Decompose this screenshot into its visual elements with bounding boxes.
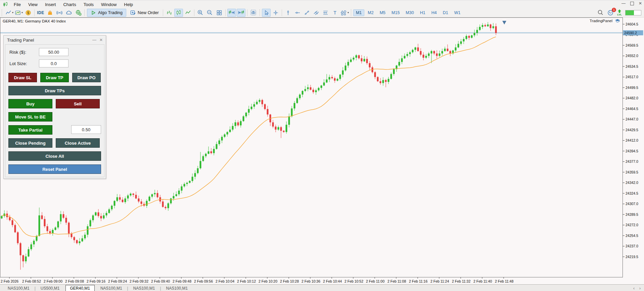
toolbar-separator (247, 9, 247, 16)
tab-nas100-4[interactable]: NAS100,M1 (162, 285, 192, 291)
tab-us500[interactable]: US500,M1 (36, 285, 64, 291)
text-tool-icon[interactable]: T (331, 9, 339, 17)
toolbar-separator (84, 9, 85, 16)
partial-amount-input[interactable] (71, 125, 101, 134)
reset-panel-button[interactable]: Reset Panel (8, 164, 101, 174)
tab-nas100-3[interactable]: NAS100,M1 (129, 285, 159, 291)
sell-button[interactable]: Sell (56, 99, 100, 108)
timeframe-m30[interactable]: M30 (403, 9, 416, 16)
tab-nas100-1[interactable]: NAS100,M1 (3, 285, 34, 291)
svg-text:24272.0: 24272.0 (626, 223, 638, 227)
tile-windows-icon[interactable] (215, 9, 224, 17)
new-order-button[interactable]: New Order (127, 9, 162, 16)
take-partial-button[interactable]: Take Partial (8, 125, 52, 135)
timeframe-h1[interactable]: H1 (417, 9, 428, 16)
menu-view[interactable]: View (25, 1, 41, 8)
timeframe-m1[interactable]: M1 (353, 9, 364, 16)
zoom-out-icon[interactable] (205, 9, 214, 17)
fibonacci-tool-icon[interactable] (321, 9, 330, 17)
vps-cloud-icon[interactable] (64, 9, 73, 17)
risk-label: Risk ($): (8, 50, 39, 55)
trading-panel-body: Risk ($): Lot Size: Draw SL Draw TP Draw… (5, 44, 104, 177)
close-button[interactable]: ✕ (639, 1, 642, 6)
svg-text:2 Feb 10:52: 2 Feb 10:52 (344, 279, 363, 283)
line-chart-mode-icon[interactable] (184, 9, 192, 17)
crosshair-tool-icon[interactable] (271, 9, 280, 17)
menu-help[interactable]: Help (120, 1, 137, 8)
svg-text:24254.5: 24254.5 (626, 234, 638, 238)
tab-scroll-right[interactable]: › (639, 286, 641, 291)
notifications-icon[interactable]: 1 (607, 9, 614, 16)
svg-text:2 Feb 10:28: 2 Feb 10:28 (280, 279, 299, 283)
menu-charts[interactable]: Charts (59, 1, 80, 8)
objects-dropdown[interactable]: ▾ (340, 9, 349, 17)
signals-icon[interactable] (55, 9, 64, 17)
trading-panel[interactable]: Trading Panel — ✕ Risk ($): Lot Size: Dr… (3, 35, 106, 179)
chart-tab-bar: NAS100,M1 | US500,M1 GER40,M1 NAS100,M1 … (0, 284, 644, 291)
timeframe-w1[interactable]: W1 (452, 9, 463, 16)
menu-tools[interactable]: Tools (80, 1, 97, 8)
svg-text:24552.0: 24552.0 (626, 54, 638, 58)
bar-chart-mode-icon[interactable] (165, 9, 174, 17)
toolbar-separator (351, 9, 352, 16)
svg-text:2 Feb 09:16: 2 Feb 09:16 (87, 279, 105, 283)
restore-button[interactable] (630, 2, 634, 5)
svg-text:24569.5: 24569.5 (626, 43, 638, 47)
panel-minimize-icon[interactable]: — (92, 38, 96, 42)
candlestick-mode-icon[interactable] (174, 9, 183, 17)
lot-size-input[interactable] (39, 59, 68, 67)
draw-tps-button[interactable]: Draw TPs (8, 86, 101, 95)
cursor-tool-icon[interactable] (262, 9, 271, 17)
minimize-button[interactable]: — (622, 1, 626, 6)
move-sl-to-be-button[interactable]: Move SL to BE (8, 112, 52, 122)
risk-input[interactable] (39, 48, 68, 56)
close-pending-button[interactable]: Close Pending (8, 138, 52, 148)
zoom-in-icon[interactable] (196, 9, 205, 17)
search-icon[interactable] (597, 9, 604, 16)
profiles-dropdown[interactable]: ▾ (14, 9, 23, 17)
buy-button[interactable]: Buy (8, 99, 52, 108)
svg-text:2 Feb 11:40: 2 Feb 11:40 (473, 279, 492, 283)
channel-tool-icon[interactable] (312, 9, 321, 17)
draw-po-button[interactable]: Draw PO (72, 73, 101, 82)
trading-panel-titlebar[interactable]: Trading Panel — ✕ (4, 36, 106, 44)
vertical-line-tool-icon[interactable] (284, 9, 292, 17)
tab-separator: | (127, 286, 128, 291)
tab-separator: | (160, 286, 161, 291)
timeframe-h4[interactable]: H4 (429, 9, 440, 16)
timeframe-m2[interactable]: M2 (365, 9, 376, 16)
ea-label[interactable]: TradingPanel (590, 18, 620, 23)
community-icon[interactable] (74, 9, 83, 17)
draw-sl-button[interactable]: Draw SL (8, 73, 37, 82)
trendline-tool-icon[interactable] (303, 9, 311, 17)
tab-ger40-active[interactable]: GER40,M1 (65, 285, 95, 291)
panel-close-icon[interactable]: ✕ (99, 38, 103, 42)
horizontal-line-tool-icon[interactable] (293, 9, 302, 17)
timeframe-d1[interactable]: D1 (440, 9, 451, 16)
close-all-button[interactable]: Close All (8, 151, 101, 161)
menu-insert[interactable]: Insert (41, 1, 60, 8)
screenshot-icon[interactable] (249, 9, 258, 17)
auto-scroll-icon[interactable] (237, 9, 245, 17)
ide-button[interactable]: IDE (36, 9, 45, 17)
algo-trading-button[interactable]: Algo Trading (87, 9, 126, 17)
tab-scroll-left[interactable]: ‹ (633, 286, 635, 291)
tab-nas100-2[interactable]: NAS100,M1 (96, 285, 127, 291)
svg-text:24534.5: 24534.5 (626, 64, 638, 68)
menu-window[interactable]: Window (97, 1, 120, 8)
draw-tp-button[interactable]: Draw TP (40, 73, 69, 82)
chart-type-dropdown[interactable]: ▾ (5, 9, 14, 17)
market-icon[interactable] (46, 9, 54, 17)
svg-text:2 Feb 2026: 2 Feb 2026 (1, 279, 18, 283)
notification-badge: 1 (612, 8, 616, 12)
timeframe-m15[interactable]: M15 (389, 9, 402, 16)
close-active-button[interactable]: Close Active (56, 138, 100, 148)
svg-text:24394.5: 24394.5 (626, 149, 638, 153)
svg-text:24499.5: 24499.5 (626, 86, 638, 90)
menu-file[interactable]: File (10, 1, 25, 8)
svg-text:2 Feb 11:24: 2 Feb 11:24 (430, 279, 449, 283)
deposit-icon[interactable]: $ (24, 9, 33, 17)
timeframe-m5[interactable]: M5 (377, 9, 388, 16)
chart-shift-icon[interactable] (227, 9, 236, 17)
level-icon[interactable]: LVL (617, 9, 622, 16)
